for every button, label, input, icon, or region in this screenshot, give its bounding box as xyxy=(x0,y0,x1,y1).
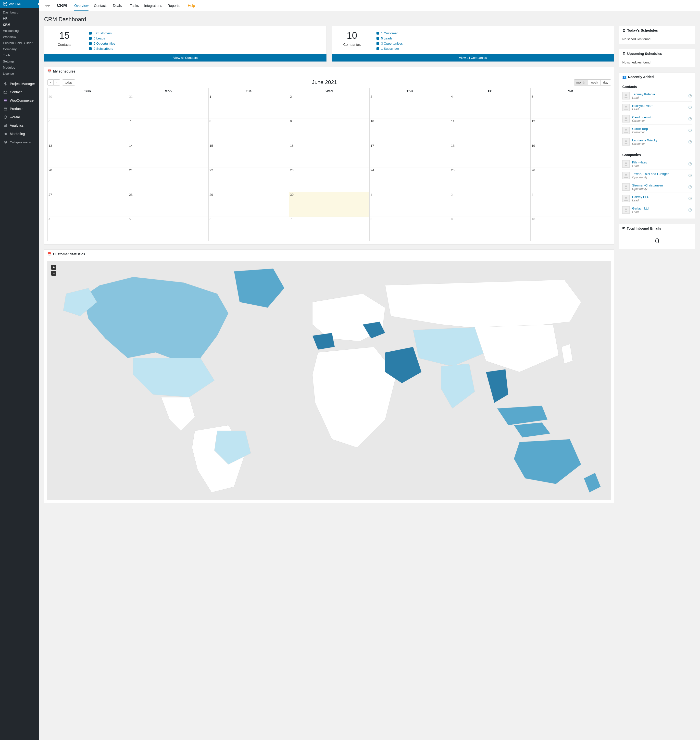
recent-contact-name-link[interactable]: Laurianne Wisoky xyxy=(632,138,657,142)
tab-deals[interactable]: Deals⌄ xyxy=(113,1,125,10)
tab-contacts[interactable]: Contacts xyxy=(94,1,107,10)
calendar-cell[interactable]: 10 xyxy=(369,119,450,143)
calendar-cell[interactable]: 12 xyxy=(530,119,611,143)
view-all-contacts-link[interactable]: View all Contacts xyxy=(44,54,326,62)
admin-submenu-modules[interactable]: Modules xyxy=(0,65,39,70)
calendar-cell[interactable]: 13 xyxy=(47,143,128,168)
calendar-view-day[interactable]: day xyxy=(601,79,611,85)
admin-menu-marketing[interactable]: Marketing xyxy=(0,130,39,138)
calendar-cell[interactable]: 25 xyxy=(450,168,530,192)
admin-submenu-dashboard[interactable]: Dashboard xyxy=(0,9,39,15)
calendar-cell[interactable]: 5 xyxy=(530,94,611,119)
calendar-cell[interactable]: 3 xyxy=(530,192,611,217)
companies-breakdown-link-0[interactable]: 1 Customer xyxy=(376,31,403,35)
calendar-cell[interactable]: 5 xyxy=(128,217,208,241)
calendar-cell[interactable]: 17 xyxy=(369,143,450,168)
admin-submenu-license[interactable]: License xyxy=(0,70,39,77)
calendar-cell[interactable]: 1 xyxy=(208,94,289,119)
calendar-view-week[interactable]: week xyxy=(588,79,601,85)
calendar-cell[interactable]: 28 xyxy=(128,192,208,217)
recent-company-name-link[interactable]: Gerlach Ltd xyxy=(632,207,649,210)
calendar-cell[interactable]: 2 xyxy=(289,94,369,119)
admin-submenu-tools[interactable]: Tools xyxy=(0,52,39,58)
calendar-cell[interactable]: 9 xyxy=(289,119,369,143)
admin-submenu-crm[interactable]: CRM xyxy=(0,22,39,28)
calendar-cell[interactable]: 30 xyxy=(47,94,128,119)
admin-menu-project-manager[interactable]: Project Manager xyxy=(0,80,39,88)
calendar-view-month[interactable]: month xyxy=(574,79,588,85)
calendar-cell[interactable]: 3 xyxy=(369,94,450,119)
calendar-cell[interactable]: 8 xyxy=(369,217,450,241)
calendar-cell[interactable]: 4 xyxy=(450,94,530,119)
companies-breakdown-link-2[interactable]: 3 Opportunities xyxy=(376,42,403,46)
recent-company-name-link[interactable]: Kihn-Haag xyxy=(632,160,647,164)
calendar-grid: SunMonTueWedThuFriSat 303112345678910111… xyxy=(47,88,611,241)
calendar-cell[interactable]: 2 xyxy=(450,192,530,217)
recent-contact-name-link[interactable]: Tanmay Kirtania xyxy=(632,92,655,96)
calendar-cell[interactable]: 26 xyxy=(530,168,611,192)
tab-reports[interactable]: Reports⌄ xyxy=(168,1,182,10)
calendar-cell[interactable]: 20 xyxy=(47,168,128,192)
companies-breakdown-link-3[interactable]: 1 Subscriber xyxy=(376,47,403,50)
calendar-cell[interactable]: 27 xyxy=(47,192,128,217)
wp-erp-brand[interactable]: WP ERP xyxy=(0,0,39,8)
collapse-menu-button[interactable]: Collapse menu xyxy=(0,138,39,146)
tab-integrations[interactable]: Integrations xyxy=(144,1,162,10)
calendar-cell[interactable]: 16 xyxy=(289,143,369,168)
calendar-cell[interactable]: 14 xyxy=(128,143,208,168)
admin-menu-products[interactable]: Products xyxy=(0,105,39,113)
tab-help[interactable]: Help xyxy=(188,1,195,10)
admin-submenu-custom-field-builder[interactable]: Custom Field Builder xyxy=(0,40,39,46)
recent-contact-name-link[interactable]: Carrie Torp xyxy=(632,127,648,131)
admin-submenu-company[interactable]: Company xyxy=(0,46,39,52)
calendar-cell[interactable]: 22 xyxy=(208,168,289,192)
view-all-companies-link[interactable]: View all Companies xyxy=(332,54,614,62)
inbound-title: Total Inbound Emails xyxy=(627,226,661,231)
recent-contact-name-link[interactable]: Rockybul Alam xyxy=(632,104,653,107)
admin-submenu-hr[interactable]: HR xyxy=(0,15,39,22)
calendar-cell[interactable]: 6 xyxy=(47,119,128,143)
admin-submenu-workflow[interactable]: Workflow xyxy=(0,34,39,40)
contacts-breakdown-link-3[interactable]: 2 Subscribers xyxy=(89,47,115,50)
admin-menu-contact[interactable]: Contact xyxy=(0,88,39,96)
calendar-cell[interactable]: 31 xyxy=(128,94,208,119)
admin-submenu-settings[interactable]: Settings xyxy=(0,58,39,65)
admin-menu-wemail[interactable]: weMail xyxy=(0,113,39,121)
calendar-cell[interactable]: 29 xyxy=(208,192,289,217)
calendar-cell[interactable]: 18 xyxy=(450,143,530,168)
calendar-cell[interactable]: 7 xyxy=(128,119,208,143)
calendar-cell[interactable]: 8 xyxy=(208,119,289,143)
admin-menu-woocommerce[interactable]: WooWooCommerce xyxy=(0,96,39,105)
calendar-cell[interactable]: 19 xyxy=(530,143,611,168)
calendar-cell[interactable]: 21 xyxy=(128,168,208,192)
contacts-breakdown-link-0[interactable]: 5 Customers xyxy=(89,31,115,35)
contacts-breakdown-link-2[interactable]: 2 Opportunities xyxy=(89,42,115,46)
calendar-cell[interactable]: 23 xyxy=(289,168,369,192)
recent-company-name-link[interactable]: Harvey PLC xyxy=(632,195,649,199)
companies-breakdown-link-1[interactable]: 5 Leads xyxy=(376,37,403,40)
recent-company-name-link[interactable]: Towne, Thiel and Luettgen xyxy=(632,172,669,176)
calendar-next-button[interactable]: › xyxy=(54,79,60,85)
calendar-cell[interactable]: 11 xyxy=(450,119,530,143)
recent-company-name-link[interactable]: Stroman-Christiansen xyxy=(632,184,663,187)
calendar-cell[interactable]: 10 xyxy=(530,217,611,241)
calendar-cell[interactable]: 1 xyxy=(369,192,450,217)
calendar-cell[interactable]: 4 xyxy=(47,217,128,241)
world-map[interactable]: + − xyxy=(47,261,611,500)
calendar-prev-button[interactable]: ‹ xyxy=(47,79,54,85)
calendar-cell[interactable]: 6 xyxy=(208,217,289,241)
calendar-cell[interactable]: 24 xyxy=(369,168,450,192)
calendar-cell[interactable]: 7 xyxy=(289,217,369,241)
tab-overview[interactable]: Overview xyxy=(74,1,88,10)
calendar-today-button[interactable]: today xyxy=(62,79,75,85)
calendar-cell[interactable]: 15 xyxy=(208,143,289,168)
map-zoom-in-button[interactable]: + xyxy=(51,265,56,270)
admin-submenu-accounting[interactable]: Accounting xyxy=(0,28,39,34)
calendar-cell[interactable]: 30 xyxy=(289,192,369,217)
recent-contact-name-link[interactable]: Carol Lueilwitz xyxy=(632,115,653,119)
admin-menu-analytics[interactable]: Analytics xyxy=(0,121,39,130)
contacts-breakdown-link-1[interactable]: 6 Leads xyxy=(89,37,115,40)
map-zoom-out-button[interactable]: − xyxy=(51,271,56,276)
calendar-cell[interactable]: 9 xyxy=(450,217,530,241)
tab-tasks[interactable]: Tasks xyxy=(130,1,139,10)
